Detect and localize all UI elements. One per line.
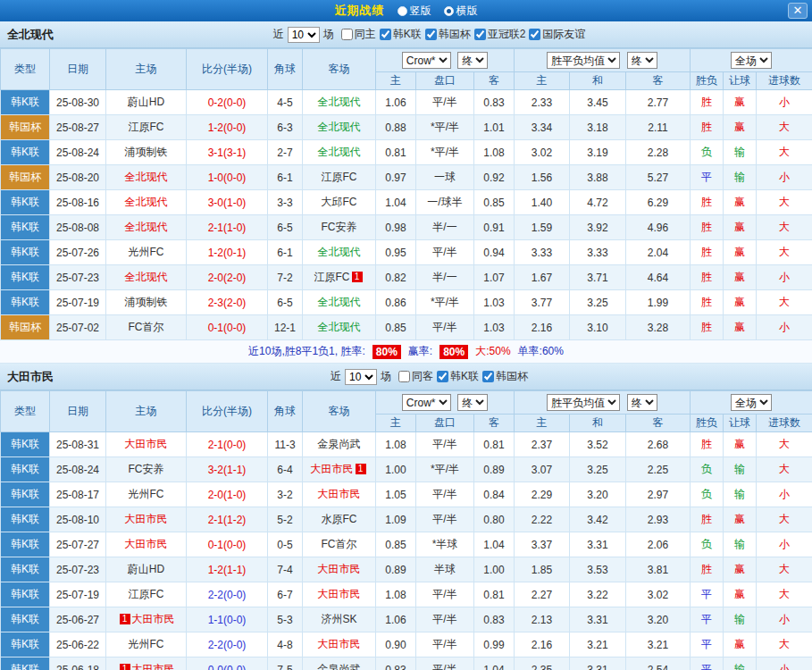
sub-header-goals-result: 进球数 [757,415,812,432]
checkbox-icon[interactable] [425,29,437,40]
checkbox-icon[interactable] [474,29,486,40]
match-row: 韩K联25-07-27大田市民0-1(0-0)0-5FC首尔0.85*半球1.0… [1,532,812,557]
home-team: 蔚山HD [106,90,187,115]
avg-away-odds: 2.11 [626,115,691,140]
filter-checkbox-同客[interactable]: 同客 [398,369,433,384]
score: 2-2(0-0) [187,632,268,657]
sub-header-avg-draw: 和 [570,415,626,432]
score: 0-2(0-0) [187,90,268,115]
league-type: 韩K联 [1,215,50,240]
avg-stage-select[interactable]: 终 [627,394,657,411]
radio-icon[interactable] [444,6,454,16]
match-date: 25-08-31 [50,432,106,457]
filter-checkbox-韩K联[interactable]: 韩K联 [380,27,422,42]
result-handicap: 赢 [724,290,757,315]
radio-icon[interactable] [398,6,407,16]
recent-results-window: 近期战绩 竖版 横版 ✕ 全北现代 近 10 场 同主韩K联韩国杯亚冠联2国际友… [0,0,812,670]
sub-header-handicap: 盘口 [416,72,474,90]
handicap-home-odds: 0.81 [376,140,416,165]
handicap-line: *平/半 [416,457,474,482]
avg-odds-select[interactable]: 胜平负均值 [547,394,620,411]
avg-stage-select[interactable]: 终 [627,52,657,69]
titlebar: 近期战绩 竖版 横版 ✕ [0,0,812,21]
filter-checkbox-韩K联[interactable]: 韩K联 [437,369,479,384]
handicap-line: 一/球半 [416,190,474,215]
col-header-away: 客场 [303,391,376,432]
filter-checkbox-国际友谊[interactable]: 国际友谊 [529,27,585,42]
match-date: 25-07-02 [50,315,106,340]
team-label: 光州FC [129,488,164,500]
home-team: 蔚山HD [106,557,187,582]
corner-score: 12-1 [268,315,303,340]
match-row: 韩国杯25-07-02FC首尔0-1(0-0)12-1全北现代0.85平/半1.… [1,315,812,340]
away-team: 大田市民 [303,557,376,582]
checkbox-icon[interactable] [341,29,353,40]
filter-checkbox-韩国杯[interactable]: 韩国杯 [482,369,528,384]
close-icon[interactable]: ✕ [788,3,808,19]
scope-select[interactable]: 全场 [731,52,772,69]
team-label: 全北现代 [318,146,361,158]
result-handicap: 输 [724,657,757,670]
games-unit-label: 场 [323,27,334,42]
avg-home-odds: 2.16 [515,632,570,657]
match-date: 25-07-26 [50,240,106,265]
corner-score: 6-1 [268,165,303,190]
handicap-away-odds: 0.91 [474,215,515,240]
avg-away-odds: 4.64 [626,265,691,290]
games-unit-label: 场 [381,369,391,384]
result-outcome: 平 [691,582,724,607]
avg-away-odds: 3.02 [626,582,691,607]
avg-away-odds: 2.93 [626,507,691,532]
games-count-select[interactable]: 10 [345,369,377,385]
result-handicap: 赢 [724,557,757,582]
layout-radio-vertical[interactable]: 竖版 [398,4,431,19]
home-team: 江原FC [106,115,187,140]
home-team: FC安养 [106,457,187,482]
home-team: 大田市民 [106,507,187,532]
avg-home-odds: 2.29 [515,482,570,507]
avg-draw-odds: 3.92 [570,215,626,240]
games-count-select[interactable]: 10 [288,27,320,43]
corner-score: 2-7 [268,140,303,165]
odds-stage-select[interactable]: 终 [457,52,488,69]
result-outcome: 胜 [691,115,724,140]
match-row: 韩K联25-07-19江原FC2-2(0-0)6-7大田市民1.08平/半0.8… [1,582,812,607]
result-handicap: 赢 [724,632,757,657]
match-row: 韩K联25-08-24浦项制铁3-1(3-1)2-7全北现代0.81*平/半1.… [1,140,812,165]
checkbox-icon[interactable] [529,29,540,40]
team-label: 大田市民 [318,488,361,500]
result-handicap: 赢 [724,190,757,215]
layout-radio-horizontal[interactable]: 横版 [444,4,478,19]
handicap-away-odds: 0.80 [474,507,515,532]
section-header-away-team: 大田市民 近 10 场 同客韩K联韩国杯 [0,364,812,390]
odds-stage-select[interactable]: 终 [457,394,488,411]
checkbox-icon[interactable] [437,371,448,382]
checkbox-icon[interactable] [380,29,391,40]
result-handicap: 赢 [724,90,757,115]
checkbox-icon[interactable] [398,371,410,382]
avg-home-odds: 1.56 [515,165,570,190]
bookmaker-select[interactable]: Crow* [402,394,451,411]
corner-score: 4-8 [268,632,303,657]
team-label: 大田市民 [311,463,354,475]
filter-checkbox-亚冠联2[interactable]: 亚冠联2 [474,27,526,42]
team-label: 全北现代 [318,321,361,333]
scope-select[interactable]: 全场 [731,394,772,411]
checkbox-icon[interactable] [482,371,494,382]
match-date: 25-06-18 [50,657,106,670]
handicap-home-odds: 0.95 [376,240,416,265]
team-label: 蔚山HD [128,563,164,575]
handicap-line: *平/半 [416,290,474,315]
match-date: 25-08-30 [50,90,106,115]
avg-draw-odds: 3.19 [570,140,626,165]
result-handicap: 输 [724,482,757,507]
filter-checkbox-同主[interactable]: 同主 [341,27,376,42]
avg-odds-select[interactable]: 胜平负均值 [547,52,620,69]
corner-score: 6-1 [268,240,303,265]
filter-checkbox-韩国杯[interactable]: 韩国杯 [425,27,471,42]
bookmaker-select[interactable]: Crow* [402,52,451,69]
team-label: 浦项制铁 [125,146,168,158]
team-label: 水原FC [322,513,357,525]
result-outcome: 胜 [691,557,724,582]
score: 1-2(0-0) [187,115,268,140]
